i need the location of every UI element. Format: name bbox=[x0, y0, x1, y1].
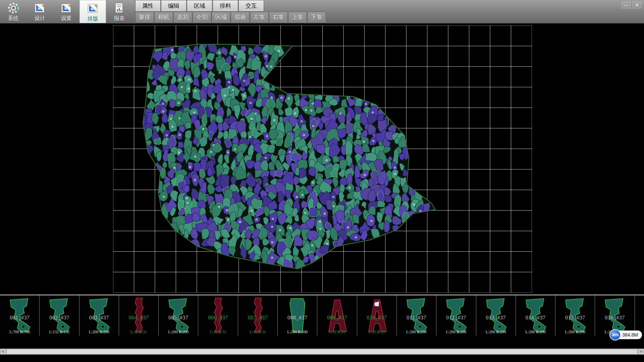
tool-button-snap-right[interactable]: 右靠 bbox=[269, 12, 288, 23]
piece-id: 012_#37 bbox=[436, 315, 476, 321]
menu-area: 属性编辑区域排料交互 聚排相机选割全割区域瑕疵左靠右靠上靠下靠 bbox=[135, 0, 326, 23]
piece-lr: L:200 R:200 bbox=[476, 329, 516, 335]
toolbar-label: 设置 bbox=[61, 15, 72, 22]
piece-thumbnail[interactable]: 005_#37L:200 R:200 bbox=[159, 295, 198, 336]
canvas-area bbox=[0, 23, 644, 295]
toolbar-settings[interactable]: 设置 bbox=[53, 0, 79, 23]
tool-button-cluster-nest[interactable]: 聚排 bbox=[135, 12, 154, 23]
toolbar-design[interactable]: 设计 bbox=[26, 0, 53, 23]
piece-id: 015_#37 bbox=[555, 315, 595, 321]
progress-indicator: 384.8M 38% bbox=[609, 329, 642, 341]
horizontal-scrollbar[interactable]: < > bbox=[0, 349, 644, 355]
tool-button-snap-bottom[interactable]: 下靠 bbox=[307, 12, 326, 23]
piece-lr: L:200 R:200 bbox=[436, 329, 476, 335]
piece-lr: L:200 R:200 bbox=[159, 329, 198, 335]
tool-button-defect[interactable]: 瑕疵 bbox=[231, 12, 250, 23]
piece-lr: L:200 R:200 bbox=[516, 329, 555, 335]
gear-icon bbox=[7, 2, 20, 14]
minimize-button[interactable]: — bbox=[622, 2, 631, 8]
menu-tab-nesting[interactable]: 排料 bbox=[213, 0, 238, 12]
menu-tab-row: 属性编辑区域排料交互 bbox=[135, 0, 326, 12]
top-toolbar: 系统设计设置排版报表 属性编辑区域排料交互 聚排相机选割全割区域瑕疵左靠右靠上靠… bbox=[0, 0, 644, 23]
menu-tab-region[interactable]: 区域 bbox=[187, 0, 212, 12]
piece-thumbnail[interactable]: 012_#37L:200 R:200 bbox=[436, 295, 476, 336]
main-toolbar: 系统设计设置排版报表 bbox=[0, 0, 132, 23]
window-controls: — ✕ bbox=[622, 2, 641, 8]
piece-id: 014_#37 bbox=[516, 315, 555, 321]
piece-lr: L:200 R:200 bbox=[397, 329, 436, 335]
piece-lr: L:33 R:33 bbox=[357, 329, 396, 335]
piece-lr: L:200 R:200 bbox=[278, 329, 317, 335]
piece-thumbnail[interactable]: 003_#37L:200 R:200 bbox=[79, 295, 119, 336]
piece-id: 016_#37 bbox=[595, 315, 634, 321]
nesting-canvas[interactable] bbox=[113, 25, 532, 293]
tool-button-row: 聚排相机选割全割区域瑕疵左靠右靠上靠下靠 bbox=[135, 12, 326, 23]
progress-percent: 38% bbox=[612, 333, 619, 337]
scrollbar-thumb[interactable] bbox=[6, 349, 638, 354]
piece-id: 013_#37 bbox=[476, 315, 516, 321]
piece-thumbnail-strip: 001_#37L:700 R:700002_#37L:132 R:132003_… bbox=[0, 295, 644, 336]
layout-icon bbox=[87, 2, 99, 15]
piece-lr: L:132 R:132 bbox=[40, 329, 79, 335]
tool-button-cut-all[interactable]: 全割 bbox=[193, 12, 211, 23]
scroll-left-button[interactable]: < bbox=[0, 349, 6, 355]
report-icon bbox=[113, 2, 126, 14]
toolbar-layout[interactable]: 排版 bbox=[79, 0, 106, 23]
toolbar-report[interactable]: 报表 bbox=[106, 0, 132, 23]
menu-tab-properties[interactable]: 属性 bbox=[135, 0, 161, 12]
tool-button-region[interactable]: 区域 bbox=[212, 12, 230, 23]
toolbar-system[interactable]: 系统 bbox=[0, 0, 26, 23]
piece-lr: L:32 R:31 bbox=[317, 329, 357, 335]
piece-thumbnail[interactable]: 008_#37L:200 R:200 bbox=[278, 295, 317, 336]
piece-id: 004_#37 bbox=[119, 315, 158, 321]
piece-thumbnail[interactable]: 014_#37L:200 R:200 bbox=[516, 295, 555, 336]
toolbar-label: 设计 bbox=[35, 15, 45, 22]
piece-id: 009_#37 bbox=[317, 315, 357, 321]
piece-thumbnail[interactable]: 010_#37L:33 R:33 bbox=[357, 295, 397, 336]
menu-tab-edit[interactable]: 编辑 bbox=[161, 0, 186, 12]
piece-id: 006_#37 bbox=[198, 315, 237, 321]
memory-value: 384.8M bbox=[622, 332, 638, 338]
piece-thumbnail[interactable]: 007_#37L:31 R:31 bbox=[238, 295, 278, 336]
piece-lr: L:200 R:200 bbox=[555, 329, 595, 335]
piece-thumbnail[interactable]: 009_#37L:32 R:31 bbox=[317, 295, 357, 336]
piece-lr: L:31 R:31 bbox=[238, 329, 277, 335]
toolbar-label: 报表 bbox=[114, 15, 125, 22]
close-button[interactable]: ✕ bbox=[633, 2, 641, 8]
tool-button-snap-left[interactable]: 左靠 bbox=[250, 12, 269, 23]
settings-icon bbox=[60, 2, 73, 14]
piece-thumbnail[interactable]: 015_#37L:200 R:200 bbox=[555, 295, 595, 336]
piece-thumbnail[interactable]: 013_#37L:200 R:200 bbox=[476, 295, 516, 336]
tool-button-snap-top[interactable]: 上靠 bbox=[288, 12, 307, 23]
piece-thumbnail[interactable]: 004_#37L:31 R:31 bbox=[119, 295, 159, 336]
menu-tab-interact[interactable]: 交互 bbox=[238, 0, 264, 12]
design-icon bbox=[34, 2, 46, 14]
piece-thumbnail[interactable]: 001_#37L:700 R:700 bbox=[0, 295, 40, 336]
toolbar-label: 系统 bbox=[8, 15, 19, 22]
piece-id: 011_#37 bbox=[397, 315, 436, 321]
piece-thumbnail[interactable]: 006_#37L:31 R:31 bbox=[198, 295, 238, 336]
piece-lr: L:200 R:200 bbox=[79, 329, 119, 335]
tool-button-select-cut[interactable]: 选割 bbox=[173, 12, 192, 23]
piece-thumbnail[interactable]: 011_#37L:200 R:200 bbox=[397, 295, 436, 336]
piece-lr: L:31 R:31 bbox=[198, 329, 237, 335]
piece-id: 008_#37 bbox=[278, 315, 317, 321]
piece-lr: L:700 R:700 bbox=[0, 329, 39, 335]
piece-id: 003_#37 bbox=[79, 315, 119, 321]
toolbar-label: 排版 bbox=[88, 15, 98, 22]
piece-lr: L:31 R:31 bbox=[119, 329, 158, 335]
piece-thumbnail[interactable]: 002_#37L:132 R:132 bbox=[40, 295, 79, 336]
tool-button-camera[interactable]: 相机 bbox=[154, 12, 173, 23]
scroll-right-button[interactable]: > bbox=[638, 349, 644, 355]
piece-id: 001_#37 bbox=[0, 315, 39, 321]
piece-id: 005_#37 bbox=[159, 315, 198, 321]
piece-id: 010_#37 bbox=[357, 315, 396, 321]
piece-id: 007_#37 bbox=[238, 315, 277, 321]
piece-id: 002_#37 bbox=[40, 315, 79, 321]
